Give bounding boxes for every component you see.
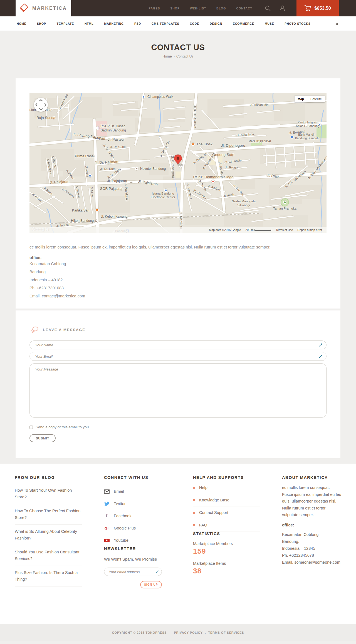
- help-link-knowladge-base[interactable]: Knowladge Base: [193, 494, 260, 506]
- subnav-item-code[interactable]: CODE: [190, 22, 199, 25]
- subnav-item-muse[interactable]: MUSE: [265, 22, 274, 25]
- svg-text:Prima Rasa: Prima Rasa: [75, 154, 94, 158]
- category-nav: HOMESHOPTEMPLATEHTMLMARKETINGPSDCMS TEMP…: [0, 16, 356, 31]
- newsletter-field-wrap: [104, 568, 162, 576]
- cart-total: $653.50: [314, 6, 331, 11]
- name-input[interactable]: [29, 340, 327, 349]
- shop-poi-icon: [142, 95, 145, 99]
- email-input[interactable]: [29, 352, 327, 361]
- map-attribution: Map data ©2015 Google 200 m Terms of Use…: [29, 227, 327, 233]
- hotel-poi-icon: [135, 167, 139, 171]
- svg-text:The Kiosk: The Kiosk: [196, 142, 212, 146]
- contact-info-card: HH Cihampelas WalkJl. HasanudinJl. Ir. H…: [16, 78, 340, 309]
- svg-text:Hilton Bandung: Hilton Bandung: [71, 219, 94, 223]
- footer-about-column: ABOUT MARKETICA ec mollis lorem consequa…: [267, 475, 356, 624]
- form-heading: LEAVE A MESSAGE: [43, 328, 85, 332]
- page-title: CONTACT US: [0, 43, 356, 52]
- social-link-twitter[interactable]: Twitter: [104, 498, 171, 510]
- svg-text:RSKB Halmahera Siaga: RSKB Halmahera Siaga: [193, 175, 234, 179]
- blog-post-link[interactable]: What is So Alluring About Celebrity Fash…: [15, 528, 82, 541]
- help-link-help[interactable]: Help: [193, 481, 260, 494]
- svg-text:Taman Pramuka: Taman Pramuka: [273, 207, 296, 210]
- topnav-item-shop[interactable]: SHOP: [170, 7, 180, 10]
- stat-value: 159: [193, 547, 260, 556]
- social-link-youtube[interactable]: Youtube: [104, 534, 171, 546]
- help-link-contact-support[interactable]: Contact Support: [193, 506, 260, 519]
- form-heading-row: LEAVE A MESSAGE: [29, 326, 327, 333]
- map-type-satellite-button[interactable]: Satellite: [307, 96, 325, 102]
- footer: FROM OUR BLOG How To Start Your Own Fash…: [0, 464, 356, 641]
- map-terms-link[interactable]: Terms of Use: [276, 228, 293, 232]
- map-type-control: Map Satellite: [295, 96, 325, 102]
- topnav-item-wishlist[interactable]: WISHLIST: [190, 7, 206, 10]
- hospital-poi-icon: H: [96, 126, 100, 130]
- subnav-item-cms-templates[interactable]: CMS TEMPLATES: [152, 22, 179, 25]
- cart-button[interactable]: $653.50: [296, 0, 339, 16]
- social-link-google-plus[interactable]: g+Google Plus: [104, 522, 171, 534]
- topnav-item-pages[interactable]: PAGES: [149, 7, 160, 10]
- search-icon[interactable]: [264, 5, 271, 11]
- square-bullet-icon: [193, 487, 195, 489]
- map-report-error-link[interactable]: Report a map error: [297, 228, 322, 232]
- svg-text:MESJID PUSDAI: MESJID PUSDAI: [249, 140, 271, 143]
- svg-text:Siliwangi: Siliwangi: [237, 203, 250, 207]
- map-pan-control[interactable]: [34, 98, 48, 112]
- chevron-down-icon[interactable]: [335, 22, 339, 25]
- svg-text:Kantor Imigrasi: Kantor Imigrasi: [298, 121, 318, 124]
- help-links-list: HelpKnowladge BaseContact SupportFAQ: [193, 481, 260, 531]
- svg-text:Sadikin Bandung: Sadikin Bandung: [101, 128, 126, 132]
- help-link-faq[interactable]: FAQ: [193, 519, 260, 531]
- breadcrumb-home-link[interactable]: Home: [162, 54, 172, 58]
- subnav-item-design[interactable]: DESIGN: [210, 22, 222, 25]
- terms-link[interactable]: TERMS OF SERVICES: [208, 631, 244, 634]
- privacy-policy-link[interactable]: PRIVACY POLICY: [174, 631, 202, 634]
- svg-text:Bank Mandiri: Bank Mandiri: [298, 133, 315, 136]
- blog-post-link[interactable]: Should You Use Fashion Consultant Servic…: [15, 549, 82, 562]
- send-copy-row[interactable]: Send a copy of this email to you: [29, 425, 89, 429]
- map-canvas: HH Cihampelas WalkJl. HasanudinJl. Ir. H…: [29, 93, 327, 233]
- about-address-line: Ph. +6212345678: [282, 552, 349, 559]
- main-content: CONTACT US Home › Contact Us: [0, 31, 356, 458]
- svg-text:Jl. Pajajaran: Jl. Pajajaran: [107, 179, 127, 183]
- signup-button[interactable]: SIGN UP: [140, 581, 162, 588]
- send-copy-checkbox[interactable]: [29, 426, 33, 429]
- topnav-item-contact[interactable]: CONTACT: [236, 7, 252, 10]
- subnav-item-template[interactable]: TEMPLATE: [57, 22, 74, 25]
- social-link-email[interactable]: Email: [104, 485, 171, 498]
- topnav-item-blog[interactable]: BLOG: [216, 7, 226, 10]
- office-address-line: Indonesia – 49182: [29, 276, 327, 284]
- footer-help-title: HELP AND SUPPORTS: [193, 475, 260, 480]
- stat-label: Marketplace Items: [193, 561, 260, 566]
- submit-button[interactable]: SUBMIT: [29, 434, 56, 442]
- park-poi-icon: [283, 201, 287, 204]
- office-address: Kecamatan CoblongBandung.Indonesia – 491…: [29, 260, 327, 300]
- footer-blog-title: FROM OUR BLOG: [15, 475, 82, 480]
- map-data-credit: Map data ©2015 Google: [209, 228, 241, 232]
- logo[interactable]: MARKETICA: [16, 0, 71, 16]
- account-icon[interactable]: [279, 5, 285, 11]
- subnav-item-ecommerce[interactable]: ECOMMERCE: [233, 22, 254, 25]
- blog-post-link[interactable]: How To Start Your Own Fashion Store?: [15, 487, 82, 500]
- subnav-item-home[interactable]: HOME: [17, 22, 26, 25]
- subnav-item-shop[interactable]: SHOP: [37, 22, 46, 25]
- svg-text:→: →: [130, 180, 133, 184]
- blog-post-link[interactable]: How To Choose The Perfect Fashion Store?: [15, 508, 82, 521]
- name-field-wrap: [29, 340, 327, 349]
- message-form-card: LEAVE A MESSAGE Send a copy of this emai…: [16, 310, 340, 458]
- subnav-item-html[interactable]: HTML: [85, 22, 93, 25]
- social-link-facebook[interactable]: fFacebook: [104, 510, 171, 522]
- subnav-item-psd[interactable]: PSD: [134, 22, 141, 25]
- office-address-line: Kecamatan Coblong: [29, 260, 327, 268]
- breadcrumb-current: Contact Us: [176, 54, 194, 58]
- google-map[interactable]: HH Cihampelas WalkJl. HasanudinJl. Ir. H…: [29, 93, 327, 233]
- subnav-item-marketing[interactable]: MARKETING: [104, 22, 124, 25]
- svg-text:Jl. Dr. Curie: Jl. Dr. Curie: [110, 145, 125, 148]
- blog-post-link[interactable]: Plus Size Fashion: Is There Such a Thing…: [15, 569, 82, 583]
- newsletter-email-input[interactable]: [104, 568, 162, 576]
- svg-text:Jl. Pasteur: Jl. Pasteur: [108, 137, 125, 141]
- facebook-icon: f: [104, 513, 110, 519]
- map-type-map-button[interactable]: Map: [295, 96, 307, 102]
- message-textarea[interactable]: [29, 363, 327, 418]
- subnav-item-photo-stocks[interactable]: PHOTO STOCKS: [285, 22, 310, 25]
- svg-text:Istana Bandung: Istana Bandung: [152, 192, 174, 195]
